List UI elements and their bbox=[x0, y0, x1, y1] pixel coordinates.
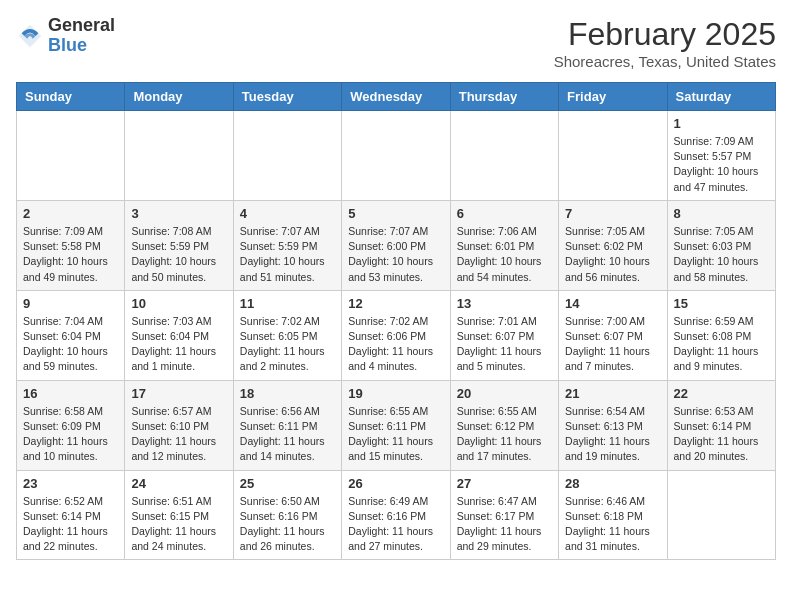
day-info: Sunrise: 6:55 AM Sunset: 6:12 PM Dayligh… bbox=[457, 404, 552, 465]
logo-text: General Blue bbox=[48, 16, 115, 56]
day-number: 12 bbox=[348, 296, 443, 311]
day-info: Sunrise: 6:47 AM Sunset: 6:17 PM Dayligh… bbox=[457, 494, 552, 555]
day-info: Sunrise: 6:55 AM Sunset: 6:11 PM Dayligh… bbox=[348, 404, 443, 465]
weekday-header-monday: Monday bbox=[125, 83, 233, 111]
page-header: General Blue February 2025 Shoreacres, T… bbox=[16, 16, 776, 70]
logo: General Blue bbox=[16, 16, 115, 56]
logo-general: General bbox=[48, 15, 115, 35]
weekday-header-tuesday: Tuesday bbox=[233, 83, 341, 111]
day-info: Sunrise: 7:08 AM Sunset: 5:59 PM Dayligh… bbox=[131, 224, 226, 285]
day-number: 28 bbox=[565, 476, 660, 491]
calendar-cell bbox=[559, 111, 667, 201]
day-number: 22 bbox=[674, 386, 769, 401]
calendar-cell: 20Sunrise: 6:55 AM Sunset: 6:12 PM Dayli… bbox=[450, 380, 558, 470]
calendar-cell bbox=[233, 111, 341, 201]
day-info: Sunrise: 6:53 AM Sunset: 6:14 PM Dayligh… bbox=[674, 404, 769, 465]
logo-icon bbox=[16, 22, 44, 50]
day-number: 24 bbox=[131, 476, 226, 491]
weekday-header-saturday: Saturday bbox=[667, 83, 775, 111]
calendar-cell: 23Sunrise: 6:52 AM Sunset: 6:14 PM Dayli… bbox=[17, 470, 125, 560]
weekday-header-wednesday: Wednesday bbox=[342, 83, 450, 111]
day-info: Sunrise: 7:03 AM Sunset: 6:04 PM Dayligh… bbox=[131, 314, 226, 375]
day-info: Sunrise: 7:00 AM Sunset: 6:07 PM Dayligh… bbox=[565, 314, 660, 375]
day-info: Sunrise: 7:02 AM Sunset: 6:06 PM Dayligh… bbox=[348, 314, 443, 375]
calendar-cell: 24Sunrise: 6:51 AM Sunset: 6:15 PM Dayli… bbox=[125, 470, 233, 560]
calendar-cell: 17Sunrise: 6:57 AM Sunset: 6:10 PM Dayli… bbox=[125, 380, 233, 470]
day-number: 16 bbox=[23, 386, 118, 401]
day-number: 14 bbox=[565, 296, 660, 311]
day-number: 13 bbox=[457, 296, 552, 311]
calendar-cell: 21Sunrise: 6:54 AM Sunset: 6:13 PM Dayli… bbox=[559, 380, 667, 470]
day-info: Sunrise: 7:07 AM Sunset: 5:59 PM Dayligh… bbox=[240, 224, 335, 285]
calendar-cell: 9Sunrise: 7:04 AM Sunset: 6:04 PM Daylig… bbox=[17, 290, 125, 380]
day-number: 27 bbox=[457, 476, 552, 491]
day-number: 18 bbox=[240, 386, 335, 401]
calendar-cell: 2Sunrise: 7:09 AM Sunset: 5:58 PM Daylig… bbox=[17, 200, 125, 290]
day-number: 4 bbox=[240, 206, 335, 221]
day-info: Sunrise: 7:07 AM Sunset: 6:00 PM Dayligh… bbox=[348, 224, 443, 285]
calendar-cell: 18Sunrise: 6:56 AM Sunset: 6:11 PM Dayli… bbox=[233, 380, 341, 470]
calendar-cell: 7Sunrise: 7:05 AM Sunset: 6:02 PM Daylig… bbox=[559, 200, 667, 290]
calendar-week-row: 1Sunrise: 7:09 AM Sunset: 5:57 PM Daylig… bbox=[17, 111, 776, 201]
day-number: 3 bbox=[131, 206, 226, 221]
day-number: 17 bbox=[131, 386, 226, 401]
title-block: February 2025 Shoreacres, Texas, United … bbox=[554, 16, 776, 70]
calendar-cell: 1Sunrise: 7:09 AM Sunset: 5:57 PM Daylig… bbox=[667, 111, 775, 201]
calendar-cell: 13Sunrise: 7:01 AM Sunset: 6:07 PM Dayli… bbox=[450, 290, 558, 380]
day-number: 19 bbox=[348, 386, 443, 401]
day-info: Sunrise: 6:46 AM Sunset: 6:18 PM Dayligh… bbox=[565, 494, 660, 555]
day-number: 7 bbox=[565, 206, 660, 221]
calendar-cell: 15Sunrise: 6:59 AM Sunset: 6:08 PM Dayli… bbox=[667, 290, 775, 380]
calendar-cell: 12Sunrise: 7:02 AM Sunset: 6:06 PM Dayli… bbox=[342, 290, 450, 380]
day-number: 26 bbox=[348, 476, 443, 491]
day-info: Sunrise: 7:09 AM Sunset: 5:58 PM Dayligh… bbox=[23, 224, 118, 285]
calendar-table: SundayMondayTuesdayWednesdayThursdayFrid… bbox=[16, 82, 776, 560]
day-number: 21 bbox=[565, 386, 660, 401]
calendar-week-row: 23Sunrise: 6:52 AM Sunset: 6:14 PM Dayli… bbox=[17, 470, 776, 560]
day-info: Sunrise: 6:54 AM Sunset: 6:13 PM Dayligh… bbox=[565, 404, 660, 465]
calendar-cell bbox=[125, 111, 233, 201]
calendar-week-row: 16Sunrise: 6:58 AM Sunset: 6:09 PM Dayli… bbox=[17, 380, 776, 470]
calendar-cell: 28Sunrise: 6:46 AM Sunset: 6:18 PM Dayli… bbox=[559, 470, 667, 560]
day-number: 2 bbox=[23, 206, 118, 221]
calendar-cell bbox=[17, 111, 125, 201]
day-number: 20 bbox=[457, 386, 552, 401]
logo-blue: Blue bbox=[48, 35, 87, 55]
calendar-cell bbox=[342, 111, 450, 201]
day-info: Sunrise: 6:52 AM Sunset: 6:14 PM Dayligh… bbox=[23, 494, 118, 555]
calendar-cell: 19Sunrise: 6:55 AM Sunset: 6:11 PM Dayli… bbox=[342, 380, 450, 470]
month-year: February 2025 bbox=[554, 16, 776, 53]
calendar-week-row: 9Sunrise: 7:04 AM Sunset: 6:04 PM Daylig… bbox=[17, 290, 776, 380]
calendar-cell: 14Sunrise: 7:00 AM Sunset: 6:07 PM Dayli… bbox=[559, 290, 667, 380]
day-info: Sunrise: 6:58 AM Sunset: 6:09 PM Dayligh… bbox=[23, 404, 118, 465]
day-info: Sunrise: 6:49 AM Sunset: 6:16 PM Dayligh… bbox=[348, 494, 443, 555]
day-info: Sunrise: 7:05 AM Sunset: 6:02 PM Dayligh… bbox=[565, 224, 660, 285]
calendar-cell: 3Sunrise: 7:08 AM Sunset: 5:59 PM Daylig… bbox=[125, 200, 233, 290]
day-info: Sunrise: 6:50 AM Sunset: 6:16 PM Dayligh… bbox=[240, 494, 335, 555]
calendar-week-row: 2Sunrise: 7:09 AM Sunset: 5:58 PM Daylig… bbox=[17, 200, 776, 290]
weekday-header-thursday: Thursday bbox=[450, 83, 558, 111]
day-info: Sunrise: 6:57 AM Sunset: 6:10 PM Dayligh… bbox=[131, 404, 226, 465]
day-number: 8 bbox=[674, 206, 769, 221]
calendar-cell bbox=[667, 470, 775, 560]
weekday-header-row: SundayMondayTuesdayWednesdayThursdayFrid… bbox=[17, 83, 776, 111]
calendar-cell: 6Sunrise: 7:06 AM Sunset: 6:01 PM Daylig… bbox=[450, 200, 558, 290]
day-info: Sunrise: 6:56 AM Sunset: 6:11 PM Dayligh… bbox=[240, 404, 335, 465]
day-info: Sunrise: 7:04 AM Sunset: 6:04 PM Dayligh… bbox=[23, 314, 118, 375]
calendar-cell bbox=[450, 111, 558, 201]
calendar-cell: 26Sunrise: 6:49 AM Sunset: 6:16 PM Dayli… bbox=[342, 470, 450, 560]
day-info: Sunrise: 7:02 AM Sunset: 6:05 PM Dayligh… bbox=[240, 314, 335, 375]
day-info: Sunrise: 6:59 AM Sunset: 6:08 PM Dayligh… bbox=[674, 314, 769, 375]
calendar-cell: 10Sunrise: 7:03 AM Sunset: 6:04 PM Dayli… bbox=[125, 290, 233, 380]
calendar-cell: 5Sunrise: 7:07 AM Sunset: 6:00 PM Daylig… bbox=[342, 200, 450, 290]
calendar-cell: 25Sunrise: 6:50 AM Sunset: 6:16 PM Dayli… bbox=[233, 470, 341, 560]
calendar-cell: 8Sunrise: 7:05 AM Sunset: 6:03 PM Daylig… bbox=[667, 200, 775, 290]
day-number: 5 bbox=[348, 206, 443, 221]
day-info: Sunrise: 7:01 AM Sunset: 6:07 PM Dayligh… bbox=[457, 314, 552, 375]
day-number: 25 bbox=[240, 476, 335, 491]
day-number: 9 bbox=[23, 296, 118, 311]
weekday-header-friday: Friday bbox=[559, 83, 667, 111]
calendar-cell: 16Sunrise: 6:58 AM Sunset: 6:09 PM Dayli… bbox=[17, 380, 125, 470]
day-info: Sunrise: 7:05 AM Sunset: 6:03 PM Dayligh… bbox=[674, 224, 769, 285]
calendar-cell: 22Sunrise: 6:53 AM Sunset: 6:14 PM Dayli… bbox=[667, 380, 775, 470]
